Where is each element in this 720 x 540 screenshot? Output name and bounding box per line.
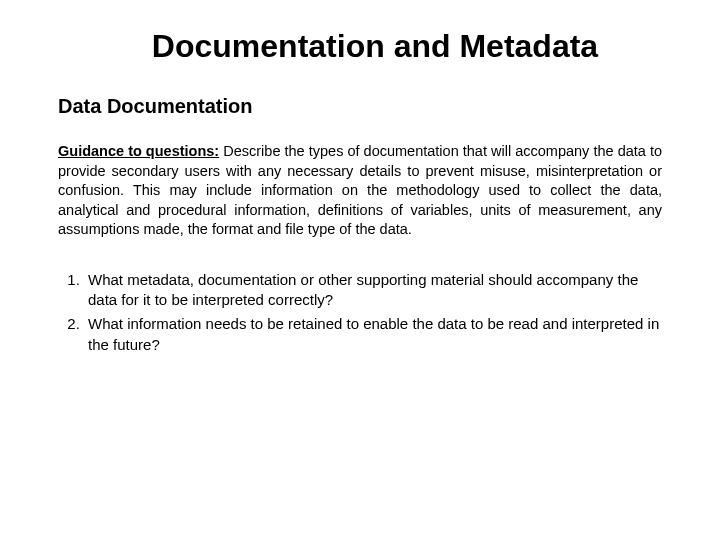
list-item: What information needs to be retained to… — [84, 314, 662, 355]
section-heading: Data Documentation — [58, 95, 662, 118]
slide: Documentation and Metadata Data Document… — [0, 0, 720, 540]
guidance-paragraph: Guidance to questions: Describe the type… — [58, 142, 662, 240]
guidance-lead: Guidance to questions: — [58, 143, 219, 159]
list-item: What metadata, documentation or other su… — [84, 270, 662, 311]
question-list: What metadata, documentation or other su… — [58, 270, 662, 355]
page-title: Documentation and Metadata — [58, 28, 662, 65]
